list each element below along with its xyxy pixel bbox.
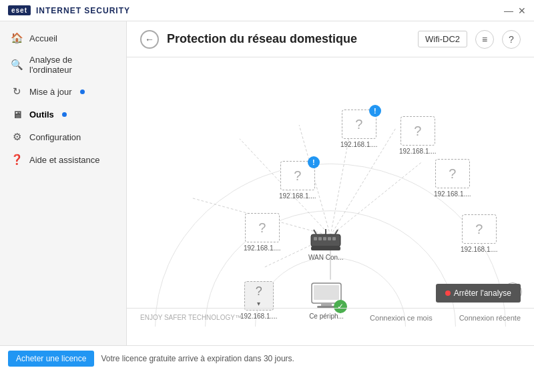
stop-dot xyxy=(445,290,451,296)
device-box-6: ? xyxy=(462,214,497,244)
svg-rect-22 xyxy=(314,285,339,300)
svg-line-19 xyxy=(335,230,338,234)
sidebar-label-aide: Aide et assistance xyxy=(29,155,100,165)
enjoy-text: ENJOY SAFER TECHNOLOGY™ xyxy=(140,314,242,321)
wifi-name-label: Wifi-DC2 xyxy=(418,31,467,47)
device-node-2[interactable]: ? 192.168.1.... xyxy=(399,116,437,155)
svg-line-7 xyxy=(330,162,421,236)
stop-label: Arrêter l'analyse xyxy=(454,288,511,298)
titlebar-left: eset INTERNET SECURITY xyxy=(8,5,130,15)
sidebar-label-configuration: Configuration xyxy=(29,132,81,142)
search-icon: 🔍 xyxy=(11,59,23,71)
sidebar-label-analyse: Analyse de l'ordinateur xyxy=(29,55,115,75)
device-label-2: 192.168.1.... xyxy=(399,148,437,155)
back-button[interactable]: ← xyxy=(140,30,159,49)
device-node-1[interactable]: ? ! 192.168.1.... xyxy=(340,110,378,148)
device-label-1: 192.168.1.... xyxy=(340,141,378,148)
unknown-device-icon-4: ? xyxy=(449,166,456,182)
sidebar-item-aide[interactable]: ❓ Aide et assistance xyxy=(0,148,126,171)
menu-button[interactable]: ≡ xyxy=(475,30,494,49)
device-box-5: ? xyxy=(245,213,280,242)
sidebar-label-accueil: Accueil xyxy=(29,33,57,43)
expand-q-mark: ? xyxy=(256,284,262,299)
expand-box: ? ▾ xyxy=(244,281,274,311)
unknown-device-icon-3: ? xyxy=(294,168,301,184)
help-icon: ❓ xyxy=(11,154,23,166)
device-box-4: ? xyxy=(435,159,470,188)
sidebar-item-configuration[interactable]: ⚙ Configuration xyxy=(0,126,126,148)
device-label-5: 192.168.1.... xyxy=(244,244,281,252)
tools-icon: 🖥 xyxy=(11,108,23,120)
content-area: ← Protection du réseau domestique Wifi-D… xyxy=(127,21,534,345)
config-icon: ⚙ xyxy=(11,131,23,143)
wan-label: WAN Con... xyxy=(308,254,343,261)
device-label-3: 192.168.1.... xyxy=(279,192,316,200)
device-badge-3: ! xyxy=(308,156,320,168)
home-icon: 🏠 xyxy=(11,32,23,44)
unknown-device-icon-5: ? xyxy=(258,220,266,236)
unknown-device-icon-1: ? xyxy=(355,117,362,132)
main-layout: 🏠 Accueil 🔍 Analyse de l'ordinateur ↻ Mi… xyxy=(0,21,534,345)
unknown-device-icon-2: ? xyxy=(414,124,421,139)
titlebar-controls: — ✕ xyxy=(505,7,526,15)
device-node-6[interactable]: ? 192.168.1.... xyxy=(461,214,498,253)
unknown-device-icon-6: ? xyxy=(475,222,483,237)
legend-bar: ENJOY SAFER TECHNOLOGY™ Connexion ce moi… xyxy=(127,308,534,327)
help-button[interactable]: ? xyxy=(502,30,521,49)
tools-dot xyxy=(62,112,67,117)
svg-rect-15 xyxy=(328,237,331,240)
eset-logo: eset xyxy=(8,5,31,15)
minimize-button[interactable]: — xyxy=(505,7,513,15)
router-svg xyxy=(308,228,343,252)
legend-mois: Connexion ce mois xyxy=(370,314,433,322)
device-node-3[interactable]: ? ! 192.168.1.... xyxy=(279,161,316,200)
device-node-4[interactable]: ? 192.168.1.... xyxy=(434,159,471,198)
wan-node[interactable]: WAN Con... xyxy=(308,228,343,261)
sidebar: 🏠 Accueil 🔍 Analyse de l'ordinateur ↻ Mi… xyxy=(0,21,127,345)
network-area: ? ! 192.168.1.... ? 192.168.1.... ? ! 19… xyxy=(127,57,534,327)
update-dot xyxy=(80,89,85,94)
svg-rect-14 xyxy=(323,237,326,240)
svg-rect-16 xyxy=(332,237,336,240)
page-title: Protection du réseau domestique xyxy=(167,32,410,46)
content-header: ← Protection du réseau domestique Wifi-D… xyxy=(127,21,534,57)
app-title: INTERNET SECURITY xyxy=(36,6,130,15)
update-icon: ↻ xyxy=(11,85,23,97)
bottom-bar: Acheter une licence Votre licence gratui… xyxy=(0,345,534,371)
device-box-1: ? ! xyxy=(342,110,376,139)
license-text: Votre licence gratuite arrive à expirati… xyxy=(101,354,294,363)
svg-rect-23 xyxy=(321,303,332,306)
svg-rect-13 xyxy=(318,237,322,240)
legend-recente: Connexion récente xyxy=(459,314,521,322)
close-button[interactable]: ✕ xyxy=(518,7,526,15)
stop-analysis-button[interactable]: Arrêter l'analyse xyxy=(436,284,521,303)
svg-line-17 xyxy=(314,230,316,234)
wan-router-icon xyxy=(308,228,343,252)
sidebar-item-outils[interactable]: 🖥 Outils xyxy=(0,103,126,126)
license-button[interactable]: Acheter une licence xyxy=(8,351,94,367)
device-label-4: 192.168.1.... xyxy=(434,190,471,198)
device-box-2: ? xyxy=(400,116,435,146)
device-node-5[interactable]: ? 192.168.1.... xyxy=(244,213,281,252)
device-label-6: 192.168.1.... xyxy=(461,246,498,253)
device-box-3: ? ! xyxy=(280,161,315,190)
sidebar-label-outils: Outils xyxy=(29,110,54,120)
svg-rect-12 xyxy=(314,237,317,240)
sidebar-item-analyse[interactable]: 🔍 Analyse de l'ordinateur xyxy=(0,49,126,80)
sidebar-label-miseajour: Mise à jour xyxy=(29,87,72,97)
sidebar-item-accueil[interactable]: 🏠 Accueil xyxy=(0,27,126,49)
svg-rect-20 xyxy=(311,246,340,250)
device-badge-1: ! xyxy=(369,105,381,117)
titlebar: eset INTERNET SECURITY — ✕ xyxy=(0,0,534,21)
expand-down-arrow: ▾ xyxy=(257,300,260,307)
sidebar-item-miseajour[interactable]: ↻ Mise à jour xyxy=(0,80,126,103)
my-device-icon: ✓ xyxy=(308,281,344,311)
